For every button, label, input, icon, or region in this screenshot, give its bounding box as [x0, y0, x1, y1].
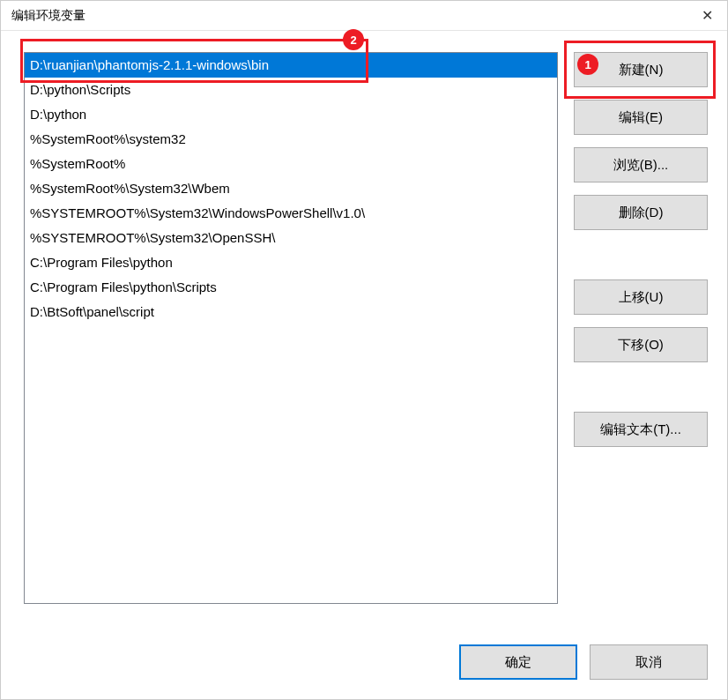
list-item[interactable]: %SystemRoot%\system32 [25, 127, 557, 152]
titlebar: 编辑环境变量 ✕ [1, 1, 727, 31]
annotation-callout-2: 2 [343, 29, 364, 50]
list-item[interactable]: %SystemRoot% [25, 152, 557, 176]
list-item[interactable]: D:\BtSoft\panel\script [25, 300, 557, 324]
button-column: 新建(N) 1 编辑(E) 浏览(B)... 删除(D) 上移(U) 下移(O)… [574, 52, 708, 630]
new-button-wrapper: 新建(N) 1 [574, 52, 708, 87]
list-item[interactable]: C:\Program Files\python\Scripts [25, 275, 557, 300]
list-item[interactable]: %SYSTEMROOT%\System32\OpenSSH\ [25, 226, 557, 250]
list-item[interactable]: D:\python [25, 102, 557, 127]
spacer [574, 375, 708, 399]
browse-button[interactable]: 浏览(B)... [574, 147, 708, 182]
cancel-button[interactable]: 取消 [590, 644, 708, 680]
dialog-window: 编辑环境变量 ✕ D:\ruanjian\phantomjs-2.1.1-win… [0, 0, 728, 700]
new-button[interactable]: 新建(N) [574, 52, 708, 87]
list-item[interactable]: D:\ruanjian\phantomjs-2.1.1-windows\bin [25, 53, 557, 78]
list-item[interactable]: %SystemRoot%\System32\Wbem [25, 176, 557, 201]
delete-button[interactable]: 删除(D) [574, 195, 708, 230]
close-icon: ✕ [702, 7, 713, 24]
list-item[interactable]: %SYSTEMROOT%\System32\WindowsPowerShell\… [25, 201, 557, 226]
content-area: D:\ruanjian\phantomjs-2.1.1-windows\bin … [1, 31, 727, 630]
list-item[interactable]: D:\python\Scripts [25, 78, 557, 102]
dialog-title: 编辑环境变量 [11, 8, 85, 24]
move-down-button[interactable]: 下移(O) [574, 327, 708, 362]
close-button[interactable]: ✕ [687, 1, 727, 31]
list-wrapper: D:\ruanjian\phantomjs-2.1.1-windows\bin … [24, 52, 558, 630]
move-up-button[interactable]: 上移(U) [574, 279, 708, 315]
dialog-footer: 确定 取消 [1, 630, 727, 699]
edit-button[interactable]: 编辑(E) [574, 100, 708, 135]
path-listbox[interactable]: D:\ruanjian\phantomjs-2.1.1-windows\bin … [24, 52, 558, 604]
spacer [574, 242, 708, 267]
list-item[interactable]: C:\Program Files\python [25, 250, 557, 275]
edit-text-button[interactable]: 编辑文本(T)... [574, 412, 708, 447]
ok-button[interactable]: 确定 [459, 644, 577, 680]
